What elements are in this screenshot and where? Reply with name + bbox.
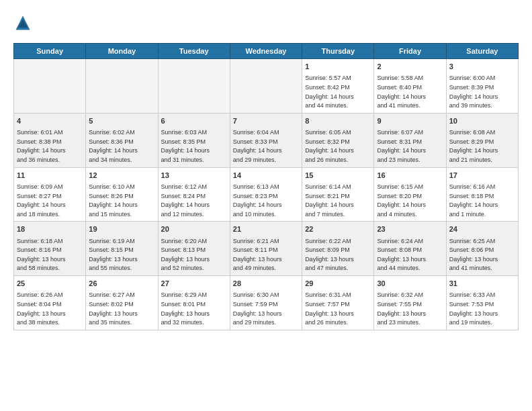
day-number: 22	[305, 224, 371, 234]
day-number: 26	[89, 279, 154, 289]
day-cell: 13Sunrise: 6:12 AM Sunset: 8:24 PM Dayli…	[158, 167, 230, 222]
day-info: Sunrise: 6:22 AM Sunset: 8:09 PM Dayligh…	[305, 238, 354, 272]
day-info: Sunrise: 6:18 AM Sunset: 8:16 PM Dayligh…	[17, 238, 66, 272]
day-info: Sunrise: 6:08 AM Sunset: 8:29 PM Dayligh…	[449, 129, 498, 163]
header-friday: Friday	[374, 44, 446, 59]
day-number: 30	[377, 279, 443, 289]
day-number: 23	[377, 224, 443, 234]
day-cell	[230, 59, 302, 113]
day-number: 1	[305, 62, 371, 72]
day-cell: 24Sunrise: 6:25 AM Sunset: 8:06 PM Dayli…	[446, 222, 518, 276]
day-info: Sunrise: 5:58 AM Sunset: 8:40 PM Dayligh…	[377, 75, 426, 109]
day-info: Sunrise: 6:25 AM Sunset: 8:06 PM Dayligh…	[449, 238, 498, 272]
day-cell: 14Sunrise: 6:13 AM Sunset: 8:23 PM Dayli…	[230, 167, 302, 222]
day-cell: 18Sunrise: 6:18 AM Sunset: 8:16 PM Dayli…	[14, 222, 86, 276]
day-info: Sunrise: 6:29 AM Sunset: 8:01 PM Dayligh…	[161, 291, 210, 326]
day-info: Sunrise: 5:57 AM Sunset: 8:42 PM Dayligh…	[305, 75, 354, 109]
day-cell: 29Sunrise: 6:31 AM Sunset: 7:57 PM Dayli…	[302, 276, 374, 330]
day-info: Sunrise: 6:16 AM Sunset: 8:18 PM Dayligh…	[449, 183, 498, 218]
calendar-header-row: SundayMondayTuesdayWednesdayThursdayFrid…	[14, 44, 519, 59]
day-cell	[86, 59, 158, 113]
header-sunday: Sunday	[14, 44, 86, 59]
day-number: 9	[377, 116, 443, 126]
week-row-1: 1Sunrise: 5:57 AM Sunset: 8:42 PM Daylig…	[14, 59, 519, 113]
day-number: 7	[233, 116, 299, 126]
day-cell: 1Sunrise: 5:57 AM Sunset: 8:42 PM Daylig…	[302, 59, 374, 113]
logo-icon	[13, 13, 32, 32]
day-number: 13	[161, 171, 227, 181]
day-info: Sunrise: 6:04 AM Sunset: 8:33 PM Dayligh…	[233, 129, 282, 163]
header-wednesday: Wednesday	[230, 44, 302, 59]
day-cell: 27Sunrise: 6:29 AM Sunset: 8:01 PM Dayli…	[158, 276, 230, 330]
day-cell: 28Sunrise: 6:30 AM Sunset: 7:59 PM Dayli…	[230, 276, 302, 330]
day-info: Sunrise: 6:15 AM Sunset: 8:20 PM Dayligh…	[377, 183, 426, 218]
day-cell: 6Sunrise: 6:03 AM Sunset: 8:35 PM Daylig…	[158, 113, 230, 167]
day-cell: 19Sunrise: 6:19 AM Sunset: 8:15 PM Dayli…	[86, 222, 158, 276]
day-cell: 9Sunrise: 6:07 AM Sunset: 8:31 PM Daylig…	[374, 113, 446, 167]
day-info: Sunrise: 6:13 AM Sunset: 8:23 PM Dayligh…	[233, 183, 282, 218]
day-number: 31	[449, 279, 515, 289]
day-cell: 30Sunrise: 6:32 AM Sunset: 7:55 PM Dayli…	[374, 276, 446, 330]
day-info: Sunrise: 6:12 AM Sunset: 8:24 PM Dayligh…	[161, 183, 210, 218]
day-info: Sunrise: 6:30 AM Sunset: 7:59 PM Dayligh…	[233, 291, 282, 326]
day-info: Sunrise: 6:32 AM Sunset: 7:55 PM Dayligh…	[377, 291, 426, 326]
day-number: 17	[449, 171, 515, 181]
day-number: 3	[449, 62, 515, 72]
day-cell: 5Sunrise: 6:02 AM Sunset: 8:36 PM Daylig…	[86, 113, 158, 167]
day-cell: 25Sunrise: 6:26 AM Sunset: 8:04 PM Dayli…	[14, 276, 86, 330]
week-row-2: 4Sunrise: 6:01 AM Sunset: 8:38 PM Daylig…	[14, 113, 519, 167]
day-number: 19	[89, 224, 154, 234]
day-cell: 17Sunrise: 6:16 AM Sunset: 8:18 PM Dayli…	[446, 167, 518, 222]
day-info: Sunrise: 6:20 AM Sunset: 8:13 PM Dayligh…	[161, 238, 210, 272]
day-info: Sunrise: 6:03 AM Sunset: 8:35 PM Dayligh…	[161, 129, 210, 163]
header-saturday: Saturday	[446, 44, 518, 59]
day-info: Sunrise: 6:01 AM Sunset: 8:38 PM Dayligh…	[17, 129, 66, 163]
day-cell: 4Sunrise: 6:01 AM Sunset: 8:38 PM Daylig…	[14, 113, 86, 167]
day-number: 4	[17, 116, 83, 126]
day-info: Sunrise: 6:02 AM Sunset: 8:36 PM Dayligh…	[89, 129, 138, 163]
day-number: 6	[161, 116, 227, 126]
day-number: 8	[305, 116, 371, 126]
day-number: 11	[17, 171, 83, 181]
day-number: 24	[449, 224, 515, 234]
day-cell: 11Sunrise: 6:09 AM Sunset: 8:27 PM Dayli…	[14, 167, 86, 222]
day-cell: 26Sunrise: 6:27 AM Sunset: 8:02 PM Dayli…	[86, 276, 158, 330]
header-thursday: Thursday	[302, 44, 374, 59]
day-info: Sunrise: 6:07 AM Sunset: 8:31 PM Dayligh…	[377, 129, 426, 163]
day-cell	[158, 59, 230, 113]
day-number: 29	[305, 279, 371, 289]
day-cell: 15Sunrise: 6:14 AM Sunset: 8:21 PM Dayli…	[302, 167, 374, 222]
day-cell	[14, 59, 86, 113]
day-number: 21	[233, 224, 299, 234]
day-info: Sunrise: 6:24 AM Sunset: 8:08 PM Dayligh…	[377, 238, 426, 272]
day-info: Sunrise: 6:26 AM Sunset: 8:04 PM Dayligh…	[17, 291, 66, 326]
calendar-table: SundayMondayTuesdayWednesdayThursdayFrid…	[13, 43, 519, 330]
day-cell: 8Sunrise: 6:05 AM Sunset: 8:32 PM Daylig…	[302, 113, 374, 167]
day-number: 25	[17, 279, 83, 289]
day-cell: 23Sunrise: 6:24 AM Sunset: 8:08 PM Dayli…	[374, 222, 446, 276]
header-monday: Monday	[86, 44, 158, 59]
day-number: 2	[377, 62, 443, 72]
day-info: Sunrise: 6:21 AM Sunset: 8:11 PM Dayligh…	[233, 238, 282, 272]
day-cell: 31Sunrise: 6:33 AM Sunset: 7:53 PM Dayli…	[446, 276, 518, 330]
day-cell: 16Sunrise: 6:15 AM Sunset: 8:20 PM Dayli…	[374, 167, 446, 222]
page-header	[13, 13, 519, 32]
day-cell: 12Sunrise: 6:10 AM Sunset: 8:26 PM Dayli…	[86, 167, 158, 222]
day-cell: 2Sunrise: 5:58 AM Sunset: 8:40 PM Daylig…	[374, 59, 446, 113]
day-number: 20	[161, 224, 227, 234]
day-number: 18	[17, 224, 83, 234]
day-number: 27	[161, 279, 227, 289]
week-row-5: 25Sunrise: 6:26 AM Sunset: 8:04 PM Dayli…	[14, 276, 519, 330]
logo	[13, 13, 35, 32]
day-info: Sunrise: 6:31 AM Sunset: 7:57 PM Dayligh…	[305, 291, 354, 326]
day-info: Sunrise: 6:00 AM Sunset: 8:39 PM Dayligh…	[449, 75, 498, 109]
day-cell: 20Sunrise: 6:20 AM Sunset: 8:13 PM Dayli…	[158, 222, 230, 276]
day-cell: 21Sunrise: 6:21 AM Sunset: 8:11 PM Dayli…	[230, 222, 302, 276]
day-cell: 22Sunrise: 6:22 AM Sunset: 8:09 PM Dayli…	[302, 222, 374, 276]
day-info: Sunrise: 6:05 AM Sunset: 8:32 PM Dayligh…	[305, 129, 354, 163]
week-row-3: 11Sunrise: 6:09 AM Sunset: 8:27 PM Dayli…	[14, 167, 519, 222]
day-number: 14	[233, 171, 299, 181]
day-info: Sunrise: 6:19 AM Sunset: 8:15 PM Dayligh…	[89, 238, 138, 272]
day-number: 15	[305, 171, 371, 181]
day-info: Sunrise: 6:09 AM Sunset: 8:27 PM Dayligh…	[17, 183, 66, 218]
